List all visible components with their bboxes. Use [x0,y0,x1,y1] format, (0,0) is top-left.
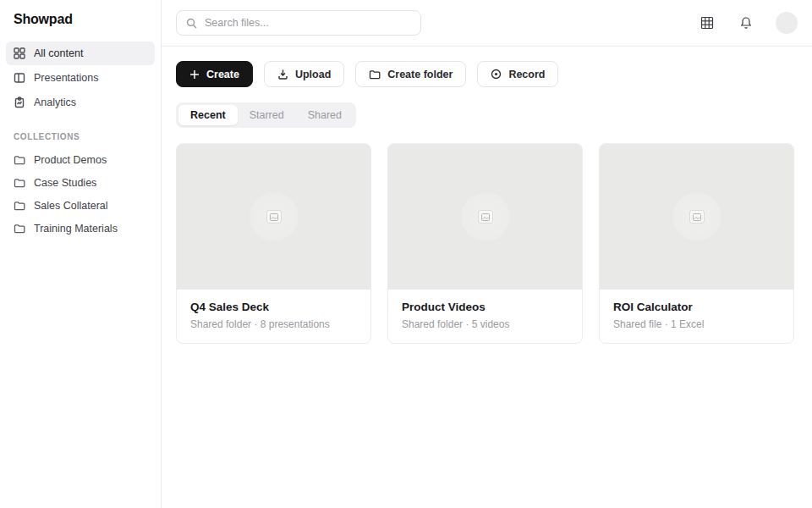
sidebar-item-label: Sales Collateral [34,200,108,212]
app-logo: Showpad [0,12,161,41]
sidebar-item-label: Presentations [34,72,98,84]
search-input[interactable] [205,17,411,29]
create-button[interactable]: Create [176,61,253,87]
image-placeholder-icon [689,210,705,224]
collections-header: COLLECTIONS [0,115,161,148]
sidebar-item-case-studies[interactable]: Case Studies [6,171,155,194]
sidebar-item-presentations[interactable]: Presentations [6,66,155,90]
card-footer: Q4 Sales Deck Shared folder · 8 presenta… [177,290,370,343]
card-product-videos[interactable]: Product Videos Shared folder · 5 videos [387,143,583,344]
bell-icon[interactable] [737,14,755,32]
tab-shared[interactable]: Shared [296,105,354,125]
upload-icon [277,69,288,80]
sidebar-item-label: Case Studies [34,177,96,189]
sidebar-item-label: Training Materials [34,223,118,235]
analytics-icon [14,97,25,108]
search-box[interactable] [176,10,421,36]
apps-grid-icon[interactable] [698,14,716,32]
card-footer: ROI Calculator Shared file · 1 Excel [600,290,793,343]
presentation-icon [14,72,25,84]
upload-button-label: Upload [295,69,331,80]
content: Create Upload [162,47,812,358]
upload-button[interactable]: Upload [264,61,344,87]
thumbnail-watermark [250,192,299,241]
record-button[interactable]: Record [477,61,558,87]
sidebar-item-label: Analytics [34,97,76,108]
card-thumbnail [388,144,582,290]
sidebar-item-label: Product Demos [34,154,107,166]
action-bar: Create Upload [176,61,798,87]
card-roi-calculator[interactable]: ROI Calculator Shared file · 1 Excel [599,143,794,344]
card-title: Product Videos [402,301,568,313]
sidebar-item-analytics[interactable]: Analytics [6,91,155,114]
create-button-label: Create [206,69,239,80]
folder-icon [14,223,25,235]
sidebar: Showpad All content Presentations [0,0,162,508]
image-placeholder-icon [266,210,282,224]
sidebar-item-all-content[interactable]: All content [6,41,155,65]
tab-starred[interactable]: Starred [238,105,296,125]
card-q4-sales-deck[interactable]: Q4 Sales Deck Shared folder · 8 presenta… [176,143,371,344]
card-title: Q4 Sales Deck [190,301,357,313]
card-subtitle: Shared folder · 8 presentations [190,318,357,330]
search-icon [186,18,197,29]
create-folder-button-label: Create folder [387,69,453,80]
tab-recent[interactable]: Recent [178,105,238,125]
image-placeholder-icon [478,210,493,224]
sidebar-item-training-materials[interactable]: Training Materials [6,217,155,240]
folder-icon [369,69,381,80]
main-area: Create Upload [162,0,812,508]
card-title: ROI Calculator [613,301,780,313]
card-subtitle: Shared folder · 5 videos [402,318,568,330]
folder-icon [14,200,25,212]
card-grid: Q4 Sales Deck Shared folder · 8 presenta… [176,143,798,344]
create-folder-button[interactable]: Create folder [355,61,466,87]
sidebar-item-product-demos[interactable]: Product Demos [6,148,155,171]
avatar[interactable] [776,12,798,34]
record-button-label: Record [508,69,545,80]
topbar [162,0,812,47]
folder-icon [14,154,25,166]
topbar-actions [698,12,798,34]
sidebar-item-sales-collateral[interactable]: Sales Collateral [6,194,155,217]
grid-icon [14,47,25,59]
app-window: Showpad All content Presentations [0,0,812,508]
thumbnail-watermark [461,192,510,241]
thumbnail-watermark [672,192,721,241]
card-footer: Product Videos Shared folder · 5 videos [388,290,582,343]
card-subtitle: Shared file · 1 Excel [613,318,780,330]
card-thumbnail [177,144,370,290]
folder-icon [14,177,25,189]
record-icon [491,69,502,80]
tab-bar: Recent Starred Shared [176,102,356,128]
card-thumbnail [600,144,793,290]
plus-icon [189,69,200,80]
sidebar-item-label: All content [34,47,83,59]
